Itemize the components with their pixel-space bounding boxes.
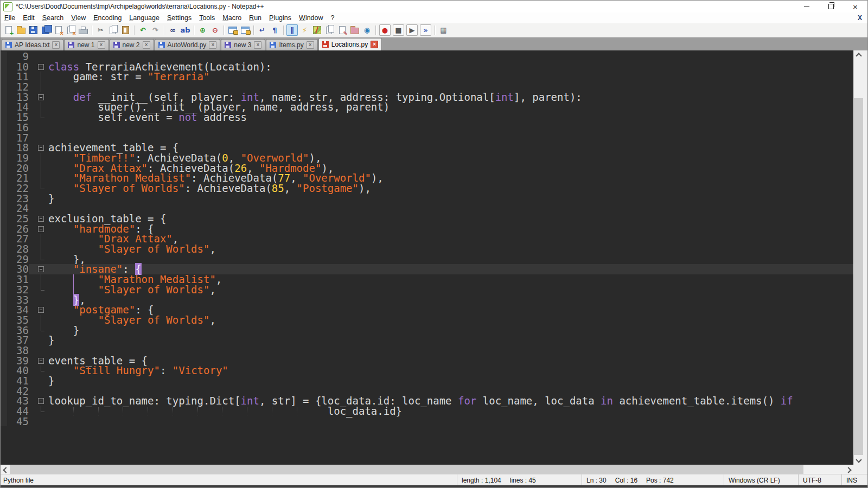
menu-macro[interactable]: Macro	[219, 13, 245, 23]
bookmark-margin	[1, 345, 7, 356]
vertical-scrollbar-thumb[interactable]	[854, 98, 863, 455]
menu-search[interactable]: Search	[39, 13, 68, 23]
menu-settings[interactable]: Settings	[163, 13, 195, 23]
bookmark-margin	[1, 133, 7, 143]
menu-plugins[interactable]: Plugins	[265, 13, 295, 23]
bookmark-margin	[1, 203, 7, 214]
indent-guide	[123, 407, 123, 415]
fold-marker[interactable]	[38, 266, 44, 272]
menu-edit[interactable]: Edit	[19, 13, 39, 23]
status-encoding[interactable]: UTF-8	[798, 474, 841, 486]
undo-icon[interactable]: ↶	[137, 24, 149, 36]
brace-indent-guide	[73, 285, 74, 295]
new-file-icon[interactable]: +	[3, 24, 14, 36]
tab-ap-ideas-txt[interactable]: AP Ideas.txt×	[2, 39, 63, 50]
fold-marker[interactable]	[38, 94, 44, 100]
status-insert-mode[interactable]: INS	[841, 474, 867, 486]
menu-view[interactable]: View	[67, 13, 90, 23]
paste-icon[interactable]	[120, 24, 131, 36]
show-all-characters-icon[interactable]: ¶	[269, 24, 280, 36]
status-eol-format[interactable]: Windows (CR LF)	[724, 474, 798, 486]
fold-guide-line	[41, 234, 41, 244]
menu-encoding[interactable]: Encoding	[90, 13, 125, 23]
fold-margin	[34, 133, 48, 143]
macro-save-icon[interactable]: ▦	[438, 24, 449, 36]
redo-icon[interactable]: ↷	[150, 24, 161, 36]
sync-horizontal-icon[interactable]	[239, 24, 251, 36]
cut-icon[interactable]: ✂	[95, 24, 106, 36]
document-map-icon[interactable]	[311, 24, 323, 36]
window-title: *C:\Users\Dood\Documents\tmp\Archipelago…	[16, 3, 264, 10]
restore-button[interactable]	[819, 1, 843, 12]
close-document-x[interactable]: X	[858, 14, 862, 22]
tab-close-icon[interactable]: ×	[209, 41, 216, 49]
document-switcher-icon[interactable]: ✎	[336, 24, 348, 36]
replace-icon[interactable]: ab	[180, 24, 191, 36]
line-number: 19	[7, 153, 34, 163]
indent-guide-icon[interactable]: ∥	[286, 24, 298, 36]
tab-new-2[interactable]: new 2×	[110, 39, 154, 50]
tab-close-icon[interactable]: ×	[254, 41, 261, 49]
tab-new-3[interactable]: new 3×	[221, 39, 265, 50]
scroll-down-arrow-icon[interactable]	[854, 455, 863, 465]
horizontal-scrollbar[interactable]	[1, 465, 853, 474]
fold-marker[interactable]	[38, 64, 44, 70]
scroll-left-arrow-icon[interactable]	[1, 465, 10, 474]
vertical-scrollbar[interactable]	[853, 50, 863, 465]
macro-play-icon[interactable]: ▶	[406, 24, 418, 36]
menu-file[interactable]: File	[1, 13, 19, 23]
find-icon[interactable]: ∞	[167, 24, 178, 36]
save-all-icon[interactable]	[40, 24, 52, 36]
scroll-right-arrow-icon[interactable]	[844, 465, 853, 474]
tab-close-icon[interactable]: ×	[52, 41, 60, 49]
menu-language[interactable]: Language	[125, 13, 163, 23]
print-icon[interactable]	[78, 24, 89, 36]
menu-tools[interactable]: Tools	[195, 13, 219, 23]
close-all-icon[interactable]: ×	[65, 24, 76, 36]
scroll-up-arrow-icon[interactable]	[854, 50, 863, 60]
code-area: 910class TerrariaAchievement(Location):1…	[1, 50, 853, 426]
menu-run[interactable]: Run	[245, 13, 265, 23]
fold-guide-line	[41, 173, 41, 183]
zoom-out-icon[interactable]: ⊖	[209, 24, 221, 36]
fold-marker[interactable]	[38, 216, 44, 222]
code-line: 36 }	[1, 325, 853, 336]
tab-autoworld-py[interactable]: AutoWorld.py×	[155, 39, 221, 50]
macro-stop-icon[interactable]: ■	[393, 24, 404, 36]
tab-items-py[interactable]: Items.py×	[266, 39, 317, 50]
tab-new-1[interactable]: new 1×	[64, 39, 108, 50]
tab-locations-py[interactable]: Locations.py×	[318, 38, 382, 50]
menu-[interactable]: ?	[327, 13, 339, 23]
tab-close-icon[interactable]: ×	[143, 41, 150, 49]
macro-run-multiple-icon[interactable]: »	[420, 24, 431, 36]
fold-margin	[34, 305, 48, 315]
minimize-button[interactable]	[794, 1, 819, 12]
zoom-in-icon[interactable]: ⊕	[197, 24, 208, 36]
fold-marker[interactable]	[38, 398, 44, 404]
tab-close-icon[interactable]: ×	[98, 41, 105, 49]
menu-window[interactable]: Window	[295, 13, 327, 23]
document-list-icon[interactable]	[324, 24, 335, 36]
tab-close-icon[interactable]: ×	[307, 41, 314, 49]
fold-guide-end	[41, 406, 44, 412]
function-list-icon[interactable]: ⚡	[299, 24, 310, 36]
fold-marker[interactable]	[38, 358, 44, 364]
horizontal-scrollbar-thumb[interactable]	[10, 465, 803, 474]
tab-close-icon[interactable]: ×	[371, 41, 378, 48]
save-icon[interactable]	[28, 24, 39, 36]
macro-record-icon[interactable]: ●	[379, 24, 391, 36]
close-icon[interactable]: ×	[53, 24, 64, 36]
word-wrap-icon[interactable]: ↵	[257, 24, 268, 36]
bookmark-margin	[1, 335, 7, 345]
tab-label: AutoWorld.py	[168, 41, 207, 49]
file-monitoring-icon[interactable]: ◉	[361, 24, 373, 36]
copy-icon[interactable]	[107, 24, 119, 36]
editor[interactable]: 910class TerrariaAchievement(Location):1…	[1, 50, 853, 465]
fold-marker[interactable]	[38, 307, 44, 313]
fold-marker[interactable]	[38, 145, 44, 151]
fold-marker[interactable]	[38, 226, 44, 232]
project-panel-icon[interactable]	[349, 24, 360, 36]
close-button[interactable]: ×	[843, 1, 867, 12]
sync-vertical-icon[interactable]	[227, 24, 238, 36]
open-file-icon[interactable]	[15, 24, 27, 36]
